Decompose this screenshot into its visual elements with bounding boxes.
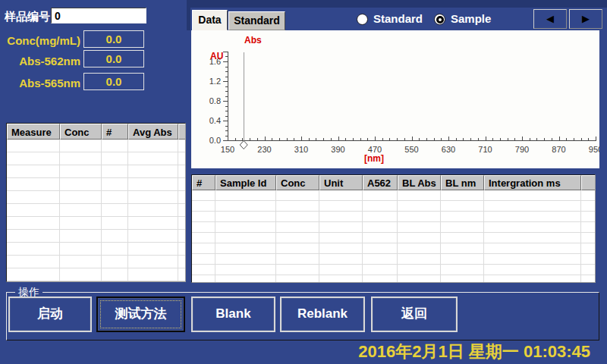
svg-text:150: 150 [221,145,234,154]
radio-standard[interactable] [357,14,368,25]
column-header-conc: Conc [276,175,319,190]
abs562-value: 0.0 [83,50,144,67]
radio-dot-icon [436,16,444,24]
results-table-body[interactable] [192,190,595,282]
table-column [398,190,441,282]
radio-sample-label[interactable]: Sample [451,12,491,25]
tab-data[interactable]: Data [192,10,228,30]
column-header-sample-id: Sample Id [215,175,276,190]
table-column [363,190,398,282]
abs562-label: Abs-562nm [0,55,80,67]
measure-table-header: Measure Conc # Avg Abs [7,124,185,140]
column-header-measure: Measure [7,124,60,140]
svg-text:230: 230 [257,145,271,154]
svg-text:870: 870 [552,145,565,154]
conc-value: 0.0 [83,30,144,48]
conc-label: Conc(mg/mL) [0,34,80,47]
svg-text:390: 390 [331,145,344,154]
svg-text:0.8: 0.8 [209,96,221,105]
table-column [581,190,595,282]
panel-top-edge [187,0,607,8]
abs565-value: 0.0 [83,73,144,90]
table-column [484,190,581,282]
table-column [441,190,484,282]
table-column [192,190,215,282]
column-header-avg-abs: Avg Abs [128,124,178,140]
table-column [319,190,363,282]
svg-text:790: 790 [515,145,529,154]
results-table: # Sample Id Conc Unit A562 BL Abs BL nm … [191,174,596,283]
panel-left-edge [187,0,190,30]
table-column [276,190,319,282]
measure-table-body[interactable] [7,140,185,281]
sample-number-input[interactable]: 0 [51,8,146,24]
column-header-unit: Unit [319,175,363,190]
table-column [178,140,185,281]
abs565-label: Abs-565nm [0,77,80,89]
svg-text:[nm]: [nm] [364,153,384,164]
svg-text:Abs: Abs [244,35,262,46]
radio-sample[interactable] [434,14,445,25]
reblank-button[interactable]: Reblank [280,297,365,332]
sample-number-label: 样品编号 [5,10,50,24]
datetime-display: 2016年2月1日 星期一 01:03:45 [358,340,590,363]
radio-standard-label[interactable]: Standard [373,12,423,25]
svg-text:950: 950 [589,145,599,154]
next-record-button[interactable]: ▶ [569,9,602,29]
absorbance-spectrum-chart: 0.00.40.81.21.61502303103904705506307107… [191,30,599,168]
svg-text:AU: AU [210,51,223,61]
table-column [102,140,128,281]
svg-text:1.2: 1.2 [209,77,221,86]
column-header-bl-abs: BL Abs [398,175,441,190]
column-header-filler [581,175,595,190]
results-table-header: # Sample Id Conc Unit A562 BL Abs BL nm … [192,175,595,190]
prev-record-button[interactable]: ◀ [533,9,567,29]
svg-text:0.4: 0.4 [209,116,221,125]
table-column [7,140,60,281]
right-arrow-icon: ▶ [582,13,590,24]
table-column [215,190,276,282]
table-column [60,140,102,281]
svg-text:310: 310 [294,145,308,154]
column-header-filler [178,124,185,140]
start-button[interactable]: 启动 [8,297,92,332]
spectrophotometer-screen: 样品编号 0 Conc(mg/mL) 0.0 Abs-562nm 0.0 Abs… [0,0,607,364]
measure-table: Measure Conc # Avg Abs [6,123,186,282]
column-header-conc: Conc [60,124,102,140]
blank-button[interactable]: Blank [191,297,275,332]
column-header-index: # [192,175,215,190]
column-header-bl-nm: BL nm [441,175,484,190]
column-header-index: # [102,124,128,140]
left-arrow-icon: ◀ [546,13,554,24]
svg-text:550: 550 [404,145,418,154]
test-method-button[interactable]: 测试方法 [96,297,185,332]
svg-text:630: 630 [442,145,455,154]
tab-standard[interactable]: Standard [228,11,285,30]
svg-text:710: 710 [478,145,492,154]
svg-text:0.0: 0.0 [209,136,221,145]
column-header-a562: A562 [363,175,398,190]
return-button[interactable]: 返回 [371,297,458,332]
table-column [128,140,178,281]
column-header-integration: Intergration ms [484,175,581,190]
